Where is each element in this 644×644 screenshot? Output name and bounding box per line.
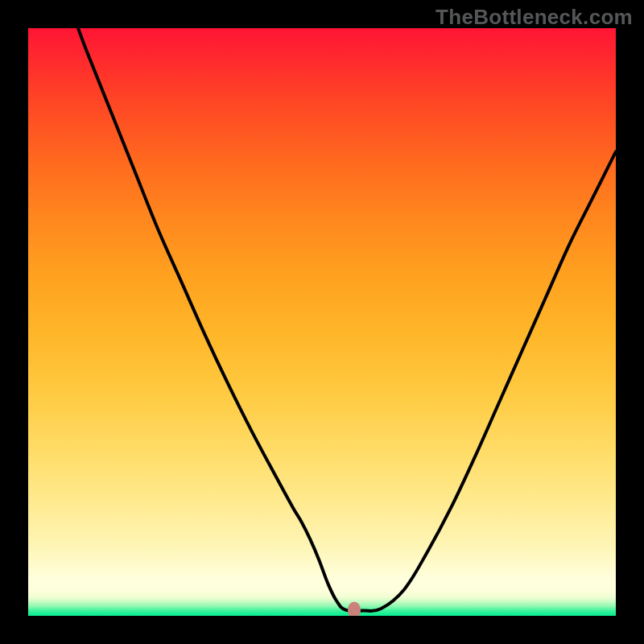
bottleneck-curve [28,28,616,616]
watermark-text: TheBottleneck.com [436,5,633,30]
chart-frame: TheBottleneck.com [0,0,644,644]
plot-area [28,28,616,616]
optimum-marker [348,601,361,616]
